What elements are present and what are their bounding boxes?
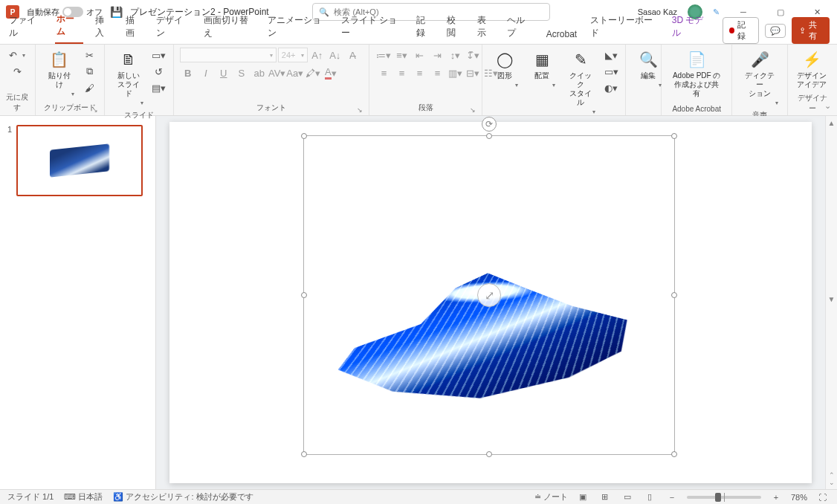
pen-icon[interactable]: ✎ [713,7,720,17]
clear-format-button[interactable]: A̶ [345,48,361,62]
numbering-button[interactable]: ≡▾ [393,48,410,62]
scroll-down-icon[interactable]: ▼ [828,295,836,303]
arrange-button[interactable]: ▦配置▾ [526,48,558,90]
italic-button[interactable]: I [198,65,214,80]
share-button[interactable]: ⇪共有 [792,17,830,44]
layout-button[interactable]: ▭▾ [151,48,167,62]
font-name-combo[interactable]: ▾ [180,48,277,62]
editing-button[interactable]: 🔍編集▾ [632,48,665,90]
undo-button[interactable]: ↶▾ [9,48,25,62]
ribbon-collapse-icon[interactable]: ⌄ [824,101,831,111]
zoom-knob[interactable] [715,493,721,502]
tab-storyboard[interactable]: ストーリーボード [589,11,660,44]
tab-view[interactable]: 表示 [476,11,496,44]
justify-button[interactable]: ≡ [429,65,445,80]
scroll-up-icon[interactable]: ▲ [828,119,836,127]
section-button[interactable]: ▤▾ [151,80,167,95]
align-right-button[interactable]: ≡ [411,65,427,80]
slide-counter[interactable]: スライド 1/1 [7,491,54,503]
font-color-button[interactable]: A▾ [323,65,339,80]
tab-draw[interactable]: 描画 [124,11,144,44]
tab-file[interactable]: ファイル [7,11,45,44]
comments-button[interactable]: 💬 [765,24,786,38]
slide[interactable]: ⟳ ⤢ [169,122,812,483]
smartart-button[interactable]: ☷▾ [482,65,499,80]
resize-handle-se[interactable] [671,451,677,457]
char-spacing-button[interactable]: AV▾ [269,65,285,80]
redo-button[interactable]: ↷ [9,64,25,79]
resize-handle-e[interactable] [671,292,677,298]
tab-insert[interactable]: 挿入 [94,11,114,44]
underline-button[interactable]: U [216,65,232,80]
dictation-button[interactable]: 🎤ディクテー ション▾ [738,48,781,108]
slide-thumbnail[interactable] [16,125,143,196]
rotate-handle[interactable]: ⟳ [482,117,497,132]
notes-button[interactable]: ≐ ノート [534,491,568,503]
resize-handle-w[interactable] [301,292,307,298]
vertical-scrollbar[interactable]: ▲ ▼ ⌃⌄ [825,116,837,489]
shrink-font-button[interactable]: A↓ [327,48,343,62]
copy-button[interactable]: ⧉ [82,64,98,79]
shape-effects-button[interactable]: ◐▾ [603,80,619,95]
3d-orbit-handle[interactable]: ⤢ [477,283,501,307]
fit-window-button[interactable]: ⛶ [815,491,830,503]
paragraph-launcher-icon[interactable]: ↘ [470,106,476,114]
tab-animations[interactable]: アニメーション [266,11,329,44]
indent-dec-button[interactable]: ⇤ [411,48,427,62]
align-left-button[interactable]: ≡ [375,65,392,80]
reset-button[interactable]: ↺ [151,64,167,79]
sorter-view-button[interactable]: ⊞ [598,491,613,503]
resize-handle-sw[interactable] [301,451,307,457]
tab-transitions[interactable]: 画面切り替え [202,11,256,44]
shape-fill-button[interactable]: ◣▾ [603,48,619,62]
quick-styles-button[interactable]: ✎クイック スタイル▾ [563,48,598,117]
zoom-out-button[interactable]: − [665,491,679,503]
3d-model-object[interactable] [334,225,646,419]
record-button[interactable]: 記録 [723,17,759,44]
scroll-more-icon[interactable]: ⌃⌄ [829,471,835,486]
cut-button[interactable]: ✂ [82,48,98,62]
text-direction-button[interactable]: ↕̂▾ [465,48,481,62]
tab-3dmodel[interactable]: 3D モデル [670,11,712,44]
language-indicator[interactable]: ⌨ 日本語 [64,491,103,503]
resize-handle-n[interactable] [486,133,492,139]
resize-handle-ne[interactable] [671,133,677,139]
adobe-pdf-button[interactable]: 📄Adobe PDF の 作成および共有 [668,48,725,100]
zoom-slider[interactable] [687,496,761,499]
font-launcher-icon[interactable]: ↘ [357,106,363,114]
accessibility-status[interactable]: ♿ アクセシビリティ: 検討が必要です [113,491,253,503]
align-text-button[interactable]: ⊟▾ [465,65,481,80]
zoom-in-button[interactable]: + [769,491,783,503]
resize-handle-s[interactable] [486,451,492,457]
slideshow-view-button[interactable]: ▯ [642,491,657,503]
indent-inc-button[interactable]: ⇥ [429,48,445,62]
reading-view-button[interactable]: ▭ [620,491,635,503]
columns-button[interactable]: ▥▾ [447,65,463,80]
selection-box[interactable]: ⟳ ⤢ [303,135,675,455]
designer-button[interactable]: ⚡デザイン アイデア [794,48,830,91]
shape-outline-button[interactable]: ▭▾ [603,64,619,79]
highlight-button[interactable]: 🖍▾ [305,65,321,80]
tab-review[interactable]: 校閲 [445,11,465,44]
change-case-button[interactable]: Aa▾ [287,65,303,80]
line-spacing-button[interactable]: ↕▾ [447,48,463,62]
tab-help[interactable]: ヘルプ [505,11,534,44]
strike-button[interactable]: S [233,65,250,80]
tab-slideshow[interactable]: スライド ショー [340,11,404,44]
grow-font-button[interactable]: A↑ [309,48,326,62]
resize-handle-nw[interactable] [301,133,307,139]
bold-button[interactable]: B [180,65,196,80]
format-painter-button[interactable]: 🖌 [82,80,98,95]
bullets-button[interactable]: ≔▾ [375,48,392,62]
tab-record[interactable]: 記録 [415,11,435,44]
tab-acrobat[interactable]: Acrobat [545,26,578,44]
shadow-button[interactable]: ab [251,65,268,80]
normal-view-button[interactable]: ▣ [575,491,590,503]
clipboard-launcher-icon[interactable]: ↘ [92,106,98,114]
align-center-button[interactable]: ≡ [393,65,410,80]
font-size-combo[interactable]: 24+▾ [278,48,308,62]
zoom-value[interactable]: 78% [791,493,807,502]
new-slide-button[interactable]: 🗎 新しい スライド ▾ [111,48,146,108]
paste-button[interactable]: 📋 貼り付け ▾ [42,48,77,99]
slide-canvas-area[interactable]: ⟳ ⤢ [156,116,825,489]
